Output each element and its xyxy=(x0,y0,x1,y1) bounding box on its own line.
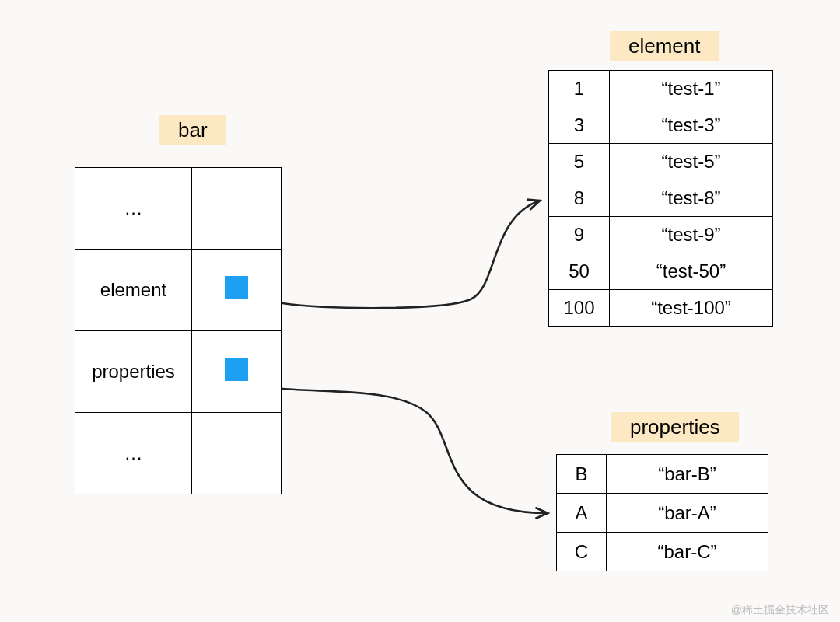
element-key-cell: 8 xyxy=(549,180,610,217)
bar-key-cell: … xyxy=(75,168,192,250)
properties-key-cell: C xyxy=(557,533,607,571)
bar-key-cell: element xyxy=(75,250,192,331)
table-row: … xyxy=(75,168,282,250)
properties-key-cell: B xyxy=(557,455,607,494)
element-key-cell: 3 xyxy=(549,107,610,144)
element-value-cell: “test-3” xyxy=(610,107,773,144)
bar-key-cell: … xyxy=(75,413,192,494)
properties-title-label: properties xyxy=(611,412,739,442)
properties-value-cell: “bar-B” xyxy=(607,455,768,494)
bar-value-cell xyxy=(192,413,282,494)
properties-key-cell: A xyxy=(557,494,607,533)
element-key-cell: 1 xyxy=(549,71,610,107)
element-value-cell: “test-50” xyxy=(610,253,773,290)
pointer-icon xyxy=(225,358,248,381)
table-row: 8“test-8” xyxy=(549,180,773,217)
element-value-cell: “test-9” xyxy=(610,217,773,253)
table-row: C“bar-C” xyxy=(557,533,768,571)
element-key-cell: 50 xyxy=(549,253,610,290)
element-value-cell: “test-8” xyxy=(610,180,773,217)
bar-value-cell xyxy=(192,250,282,331)
bar-key-cell: properties xyxy=(75,331,192,413)
bar-value-cell xyxy=(192,331,282,413)
table-row: properties xyxy=(75,331,282,413)
table-row: 1“test-1” xyxy=(549,71,773,107)
bar-title-label: bar xyxy=(159,115,226,145)
table-row: 3“test-3” xyxy=(549,107,773,144)
element-title-label: element xyxy=(610,31,719,61)
table-row: … xyxy=(75,413,282,494)
pointer-icon xyxy=(225,276,248,299)
watermark-text: @稀土掘金技术社区 xyxy=(731,603,829,617)
element-value-cell: “test-1” xyxy=(610,71,773,107)
properties-value-cell: “bar-A” xyxy=(607,494,768,533)
table-row: element xyxy=(75,250,282,331)
table-row: 50“test-50” xyxy=(549,253,773,290)
bar-value-cell xyxy=(192,168,282,250)
table-row: A“bar-A” xyxy=(557,494,768,533)
table-row: 9“test-9” xyxy=(549,217,773,253)
element-value-cell: “test-5” xyxy=(610,144,773,180)
bar-table: … element properties … xyxy=(75,167,282,494)
table-row: B“bar-B” xyxy=(557,455,768,494)
properties-table: B“bar-B” A“bar-A” C“bar-C” xyxy=(556,454,768,571)
element-key-cell: 5 xyxy=(549,144,610,180)
element-value-cell: “test-100” xyxy=(610,290,773,327)
table-row: 5“test-5” xyxy=(549,144,773,180)
element-key-cell: 9 xyxy=(549,217,610,253)
element-key-cell: 100 xyxy=(549,290,610,327)
element-table: 1“test-1” 3“test-3” 5“test-5” 8“test-8” … xyxy=(548,70,773,327)
properties-value-cell: “bar-C” xyxy=(607,533,768,571)
table-row: 100“test-100” xyxy=(549,290,773,327)
